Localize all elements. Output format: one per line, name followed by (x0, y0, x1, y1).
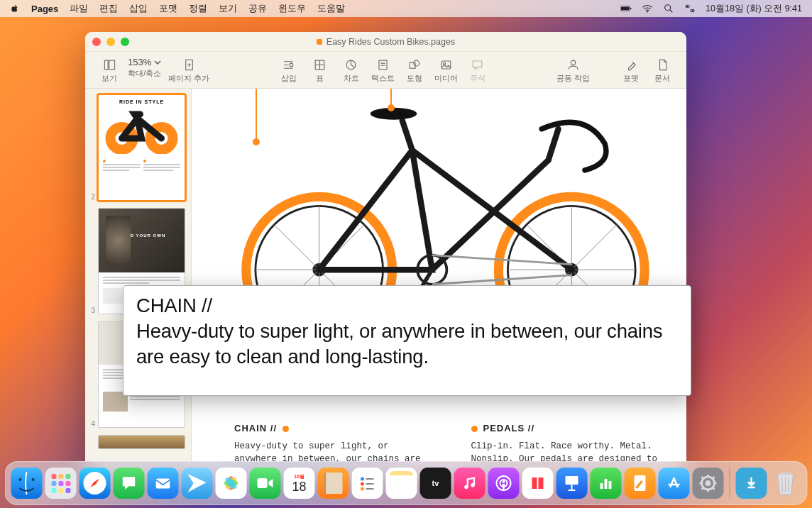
menubar-clock[interactable]: 10월18일 (화) 오전 9:41 (706, 3, 802, 15)
wifi-icon[interactable] (642, 3, 653, 14)
svg-rect-63 (156, 479, 170, 489)
dock-appstore[interactable] (659, 468, 690, 499)
svg-point-4 (665, 5, 671, 11)
pedals-heading: PEDALS // (483, 422, 535, 436)
thumbnail-page-2[interactable]: 2 RIDE IN STYLE (88, 94, 185, 201)
toolbar-shape[interactable]: 도형 (399, 55, 430, 86)
document-modified-dot (317, 39, 322, 45)
dock-music[interactable] (454, 468, 485, 499)
dock-numbers[interactable] (591, 468, 622, 499)
svg-point-27 (414, 60, 419, 66)
dock-news[interactable] (522, 468, 554, 499)
dock-calendar[interactable]: 10월18 (284, 468, 315, 499)
dock-maps[interactable] (182, 468, 213, 499)
svg-point-79 (503, 480, 505, 483)
app-name[interactable]: Pages (31, 4, 58, 14)
svg-point-18 (290, 63, 293, 67)
pages-window: Easy Rides Custom Bikes.pages 보기 153% 확대… (85, 32, 686, 475)
toolbar-collab[interactable]: 공동 작업 (552, 55, 594, 86)
search-icon[interactable] (663, 3, 674, 14)
dock-podcasts[interactable] (488, 468, 520, 499)
dock-safari[interactable] (79, 468, 111, 499)
svg-marker-62 (89, 477, 101, 489)
window-title: Easy Rides Custom Bikes.pages (327, 37, 455, 47)
svg-line-5 (670, 10, 672, 12)
svg-line-93 (702, 477, 704, 479)
apple-icon[interactable] (10, 4, 20, 13)
hover-text-tooltip: CHAIN // Heavy-duty to super light, or a… (123, 285, 691, 396)
svg-line-43 (274, 225, 319, 270)
dock-messages[interactable] (114, 468, 145, 499)
svg-rect-68 (258, 478, 268, 488)
callout-dot-icon (282, 426, 289, 432)
toolbar-addpage[interactable]: 페이지 추가 (164, 55, 214, 86)
hover-line1: CHAIN // (136, 293, 678, 319)
svg-point-61 (32, 478, 35, 481)
toolbar-chart[interactable]: 차트 (336, 55, 367, 86)
window-close[interactable] (92, 38, 101, 46)
svg-point-73 (361, 487, 364, 491)
battery-icon[interactable] (620, 3, 632, 14)
dock-reminders[interactable] (352, 468, 383, 499)
toolbar-format[interactable]: 포맷 (615, 55, 647, 86)
menu-edit[interactable]: 편집 (99, 2, 118, 15)
page-thumbnails-sidebar: 2 RIDE IN STYLE 3 (85, 89, 192, 475)
svg-rect-85 (609, 481, 612, 489)
toolbar-insert[interactable]: 삽입 (273, 55, 304, 86)
toolbar-view[interactable]: 보기 (94, 55, 125, 86)
svg-rect-2 (630, 8, 631, 10)
dock-notes[interactable] (386, 468, 417, 499)
menu-file[interactable]: 파일 (70, 2, 88, 15)
dock: 10월18 tv (5, 461, 808, 505)
svg-point-88 (706, 480, 711, 486)
svg-point-71 (361, 482, 364, 486)
window-minimize[interactable] (106, 38, 115, 46)
svg-rect-10 (104, 60, 108, 70)
svg-rect-84 (605, 479, 608, 489)
svg-line-52 (571, 225, 617, 270)
menu-arrange[interactable]: 정렬 (189, 2, 207, 15)
callout-dot-icon (471, 426, 478, 432)
svg-line-96 (713, 477, 715, 479)
toolbar-zoom[interactable]: 153% 확대/축소 (125, 55, 164, 81)
menu-share[interactable]: 공유 (248, 2, 267, 15)
svg-rect-23 (379, 60, 387, 70)
menu-insert[interactable]: 삽입 (129, 2, 148, 15)
toolbar-comment: 주석 (462, 55, 493, 86)
toolbar-media[interactable]: 미디어 (430, 55, 462, 86)
document-canvas[interactable]: CHAIN // Heavy-duty to super light, or a… (192, 89, 686, 475)
menu-view[interactable]: 보기 (219, 2, 237, 15)
window-zoom[interactable] (121, 38, 129, 46)
dock-keynote[interactable] (556, 468, 588, 499)
dock-finder[interactable] (11, 468, 43, 499)
toolbar-text[interactable]: 텍스트 (367, 55, 399, 86)
dock-launchpad[interactable] (45, 468, 77, 499)
dock-facetime[interactable] (250, 468, 281, 499)
menu-format[interactable]: 포맷 (159, 2, 177, 15)
svg-point-60 (19, 478, 22, 481)
dock-tv[interactable]: tv (420, 468, 451, 499)
svg-rect-80 (566, 476, 578, 485)
toolbar-document[interactable]: 문서 (647, 55, 678, 86)
chevron-down-icon (154, 59, 161, 66)
menu-help[interactable]: 도움말 (317, 2, 345, 15)
svg-line-95 (702, 487, 704, 490)
dock-settings[interactable] (693, 468, 724, 499)
dock-separator (730, 468, 730, 499)
menubar: Pages 파일 편집 삽입 포맷 정렬 보기 공유 윈도우 도움말 10월18… (0, 0, 812, 17)
dock-mail[interactable] (148, 468, 179, 499)
dock-trash[interactable] (770, 468, 801, 499)
control-center-icon[interactable] (684, 3, 696, 14)
thumbnail-page-5[interactable] (88, 435, 185, 449)
menu-window[interactable]: 윈도우 (278, 2, 306, 15)
svg-line-94 (713, 487, 715, 490)
dock-contacts[interactable] (318, 468, 349, 499)
hover-line2: Heavy-duty to super light, or anywhere i… (136, 319, 678, 370)
dock-pages[interactable] (625, 468, 656, 499)
svg-point-75 (464, 485, 468, 490)
svg-point-76 (471, 483, 475, 487)
toolbar-table[interactable]: 표 (304, 55, 336, 86)
dock-photos[interactable] (216, 468, 247, 499)
svg-rect-1 (621, 7, 629, 11)
dock-downloads[interactable] (736, 468, 767, 499)
